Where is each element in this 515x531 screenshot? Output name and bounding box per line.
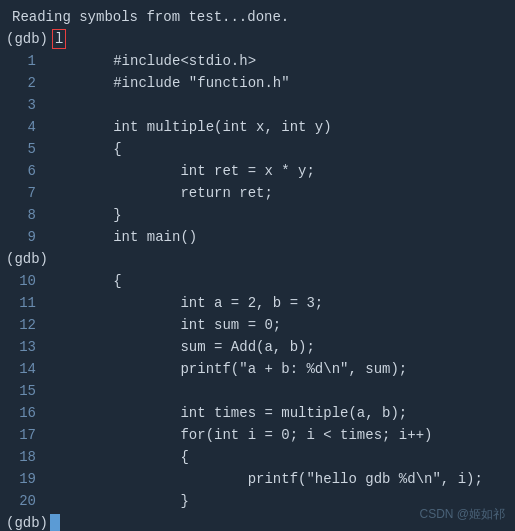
line-content: printf("hello gdb %d\n", i); (46, 468, 515, 490)
gdb-input-box-1[interactable]: l (52, 28, 66, 50)
code-line: 19 printf("hello gdb %d\n", i); (6, 468, 515, 490)
line-content: int multiple(int x, int y) (46, 116, 515, 138)
gdb-label-2: (gdb) (6, 248, 48, 270)
gdb-label-1: (gdb) (6, 28, 48, 50)
code-lines-block-2: 10 {11 int a = 2, b = 3;12 int sum = 0;1… (6, 270, 515, 512)
line-content: int a = 2, b = 3; (46, 292, 515, 314)
line-number: 12 (6, 314, 46, 336)
code-line: 3 (6, 94, 515, 116)
line-number: 5 (6, 138, 46, 160)
line-content: int main() (46, 226, 515, 248)
code-line: 1 #include<stdio.h> (6, 50, 515, 72)
code-line: 10 { (6, 270, 515, 292)
watermark: CSDN @姬如祁 (419, 506, 505, 523)
code-line: 15 (6, 380, 515, 402)
code-line: 18 { (6, 446, 515, 468)
line-content: } (46, 204, 515, 226)
line-content: int ret = x * y; (46, 160, 515, 182)
line-number: 13 (6, 336, 46, 358)
line-number: 11 (6, 292, 46, 314)
line-content: #include<stdio.h> (46, 50, 515, 72)
line-number: 16 (6, 402, 46, 424)
line-number: 18 (6, 446, 46, 468)
code-line: 8 } (6, 204, 515, 226)
line-number: 2 (6, 72, 46, 94)
line-content: #include "function.h" (46, 72, 515, 94)
line-content: sum = Add(a, b); (46, 336, 515, 358)
code-line: 6 int ret = x * y; (6, 160, 515, 182)
gdb-prompt-2: (gdb) (6, 248, 515, 270)
line-number: 17 (6, 424, 46, 446)
line-content: int times = multiple(a, b); (46, 402, 515, 424)
line-number: 9 (6, 226, 46, 248)
line-content: printf("a + b: %d\n", sum); (46, 358, 515, 380)
line-number: 8 (6, 204, 46, 226)
line-content: { (46, 270, 515, 292)
code-lines-block-1: 1 #include<stdio.h>2 #include "function.… (6, 50, 515, 248)
gdb-prompt-1[interactable]: (gdb) l (6, 28, 515, 50)
code-line: 5 { (6, 138, 515, 160)
terminal-window: Reading symbols from test...done. (gdb) … (0, 0, 515, 531)
line-number: 20 (6, 490, 46, 512)
line-number: 10 (6, 270, 46, 292)
gdb-cursor (50, 514, 60, 531)
line-number: 1 (6, 50, 46, 72)
line-number: 15 (6, 380, 46, 402)
line-number: 19 (6, 468, 46, 490)
code-line: 12 int sum = 0; (6, 314, 515, 336)
line-content: for(int i = 0; i < times; i++) (46, 424, 515, 446)
line-number: 6 (6, 160, 46, 182)
code-line: 13 sum = Add(a, b); (6, 336, 515, 358)
code-line: 17 for(int i = 0; i < times; i++) (6, 424, 515, 446)
code-line: 4 int multiple(int x, int y) (6, 116, 515, 138)
line-number: 3 (6, 94, 46, 116)
line-number: 4 (6, 116, 46, 138)
reading-symbols-line: Reading symbols from test...done. (6, 6, 515, 28)
reading-text: Reading symbols from test...done. (12, 9, 289, 25)
line-content: { (46, 138, 515, 160)
line-content: int sum = 0; (46, 314, 515, 336)
gdb-command-1[interactable]: l (52, 29, 66, 49)
line-number: 14 (6, 358, 46, 380)
line-content: { (46, 446, 515, 468)
gdb-label-3: (gdb) (6, 512, 48, 531)
code-line: 14 printf("a + b: %d\n", sum); (6, 358, 515, 380)
code-line: 11 int a = 2, b = 3; (6, 292, 515, 314)
line-content: return ret; (46, 182, 515, 204)
code-line: 7 return ret; (6, 182, 515, 204)
code-line: 16 int times = multiple(a, b); (6, 402, 515, 424)
code-line: 2 #include "function.h" (6, 72, 515, 94)
line-number: 7 (6, 182, 46, 204)
code-line: 9 int main() (6, 226, 515, 248)
